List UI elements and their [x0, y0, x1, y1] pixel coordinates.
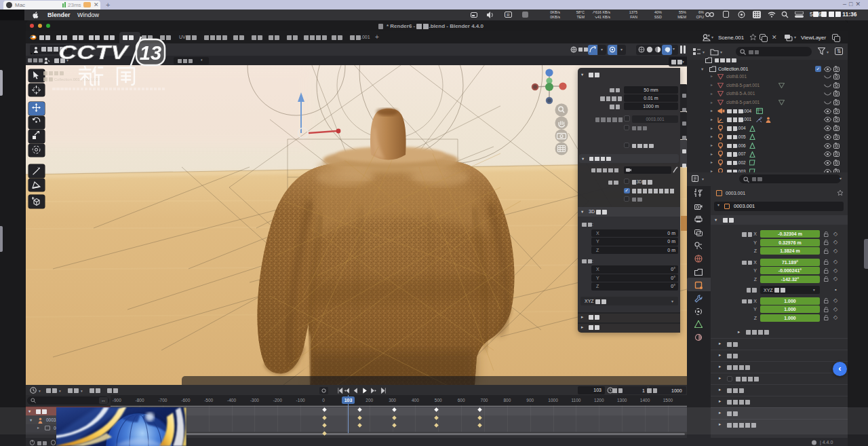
- svg-text:13: 13: [140, 42, 161, 64]
- svg-text:CCTV: CCTV: [58, 41, 130, 63]
